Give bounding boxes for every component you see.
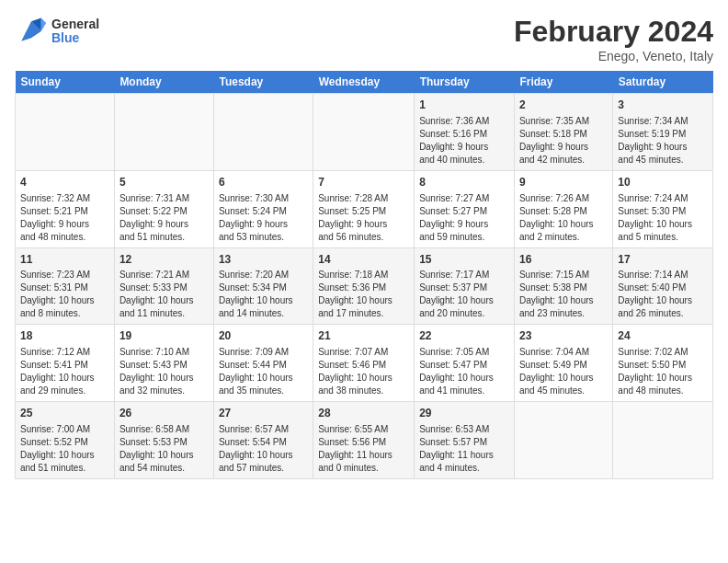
calendar-cell: 29Sunrise: 6:53 AMSunset: 5:57 PMDayligh…: [415, 402, 515, 479]
calendar-week-row: 11Sunrise: 7:23 AMSunset: 5:31 PMDayligh…: [16, 247, 713, 325]
day-info: Sunrise: 7:02 AMSunset: 5:50 PMDaylight:…: [618, 346, 708, 397]
calendar-cell: [313, 94, 415, 171]
day-info: Sunrise: 7:20 AMSunset: 5:34 PMDaylight:…: [219, 269, 308, 320]
calendar-cell: 3Sunrise: 7:34 AMSunset: 5:19 PMDaylight…: [613, 94, 713, 171]
day-number: 13: [219, 252, 308, 268]
calendar-week-row: 18Sunrise: 7:12 AMSunset: 5:41 PMDayligh…: [16, 325, 713, 402]
day-number: 12: [119, 252, 209, 268]
calendar-cell: 5Sunrise: 7:31 AMSunset: 5:22 PMDaylight…: [114, 170, 213, 247]
calendar-cell: 13Sunrise: 7:20 AMSunset: 5:34 PMDayligh…: [213, 247, 313, 325]
day-info: Sunrise: 6:58 AMSunset: 5:53 PMDaylight:…: [119, 423, 209, 475]
col-thursday: Thursday: [415, 71, 515, 94]
day-info: Sunrise: 7:17 AMSunset: 5:37 PMDaylight:…: [419, 269, 509, 320]
calendar-cell: 17Sunrise: 7:14 AMSunset: 5:40 PMDayligh…: [613, 247, 713, 325]
calendar-cell: 10Sunrise: 7:24 AMSunset: 5:30 PMDayligh…: [613, 170, 713, 247]
day-info: Sunrise: 7:36 AMSunset: 5:16 PMDaylight:…: [419, 115, 509, 167]
calendar-cell: [213, 94, 313, 171]
logo-text: General Blue: [51, 17, 99, 46]
calendar-week-row: 4Sunrise: 7:32 AMSunset: 5:21 PMDaylight…: [16, 170, 713, 247]
calendar-cell: 26Sunrise: 6:58 AMSunset: 5:53 PMDayligh…: [114, 402, 213, 479]
title-block: February 2024 Enego, Veneto, Italy: [514, 15, 713, 63]
col-friday: Friday: [514, 71, 612, 94]
day-number: 22: [419, 328, 509, 344]
day-number: 26: [119, 406, 209, 421]
day-info: Sunrise: 7:07 AMSunset: 5:46 PMDaylight:…: [318, 346, 409, 397]
calendar-cell: 23Sunrise: 7:04 AMSunset: 5:49 PMDayligh…: [514, 325, 612, 402]
calendar-cell: 25Sunrise: 7:00 AMSunset: 5:52 PMDayligh…: [16, 402, 115, 479]
calendar-cell: [613, 402, 713, 479]
calendar-week-row: 25Sunrise: 7:00 AMSunset: 5:52 PMDayligh…: [16, 402, 713, 479]
calendar-cell: 14Sunrise: 7:18 AMSunset: 5:36 PMDayligh…: [313, 247, 415, 325]
col-tuesday: Tuesday: [213, 71, 313, 94]
day-number: 17: [618, 252, 708, 268]
calendar-cell: [16, 94, 115, 171]
day-info: Sunrise: 7:12 AMSunset: 5:41 PMDaylight:…: [20, 346, 109, 397]
calendar-cell: 12Sunrise: 7:21 AMSunset: 5:33 PMDayligh…: [114, 247, 213, 325]
calendar-cell: 19Sunrise: 7:10 AMSunset: 5:43 PMDayligh…: [114, 325, 213, 402]
day-number: 24: [618, 328, 708, 344]
day-number: 16: [519, 252, 608, 268]
day-number: 19: [119, 328, 209, 344]
calendar-cell: 6Sunrise: 7:30 AMSunset: 5:24 PMDaylight…: [213, 170, 313, 247]
calendar-cell: 20Sunrise: 7:09 AMSunset: 5:44 PMDayligh…: [213, 325, 313, 402]
day-number: 21: [318, 328, 409, 344]
day-info: Sunrise: 7:15 AMSunset: 5:38 PMDaylight:…: [519, 269, 608, 320]
day-info: Sunrise: 7:18 AMSunset: 5:36 PMDaylight:…: [318, 269, 409, 320]
col-wednesday: Wednesday: [313, 71, 415, 94]
day-number: 8: [419, 175, 509, 190]
calendar-cell: 8Sunrise: 7:27 AMSunset: 5:27 PMDaylight…: [415, 170, 515, 247]
col-sunday: Sunday: [16, 71, 115, 94]
calendar-cell: 11Sunrise: 7:23 AMSunset: 5:31 PMDayligh…: [16, 247, 115, 325]
calendar-cell: 4Sunrise: 7:32 AMSunset: 5:21 PMDaylight…: [16, 170, 115, 247]
location: Enego, Veneto, Italy: [514, 49, 713, 63]
month-title: February 2024: [514, 15, 713, 49]
calendar-cell: 9Sunrise: 7:26 AMSunset: 5:28 PMDaylight…: [514, 170, 612, 247]
day-number: 28: [318, 406, 409, 421]
calendar-cell: [114, 94, 213, 171]
day-info: Sunrise: 7:09 AMSunset: 5:44 PMDaylight:…: [219, 346, 308, 397]
day-info: Sunrise: 6:57 AMSunset: 5:54 PMDaylight:…: [219, 423, 308, 475]
day-info: Sunrise: 7:34 AMSunset: 5:19 PMDaylight:…: [618, 115, 708, 167]
calendar-cell: 2Sunrise: 7:35 AMSunset: 5:18 PMDaylight…: [514, 94, 612, 171]
day-number: 7: [318, 175, 409, 190]
calendar-cell: 27Sunrise: 6:57 AMSunset: 5:54 PMDayligh…: [213, 402, 313, 479]
day-info: Sunrise: 7:21 AMSunset: 5:33 PMDaylight:…: [119, 269, 209, 320]
day-number: 5: [119, 175, 209, 190]
logo-icon: [15, 15, 48, 48]
calendar-cell: 15Sunrise: 7:17 AMSunset: 5:37 PMDayligh…: [415, 247, 515, 325]
calendar-cell: 24Sunrise: 7:02 AMSunset: 5:50 PMDayligh…: [613, 325, 713, 402]
day-info: Sunrise: 7:30 AMSunset: 5:24 PMDaylight:…: [219, 192, 308, 244]
day-number: 1: [419, 98, 509, 113]
day-number: 25: [20, 406, 109, 421]
calendar-cell: 16Sunrise: 7:15 AMSunset: 5:38 PMDayligh…: [514, 247, 612, 325]
day-info: Sunrise: 7:04 AMSunset: 5:49 PMDaylight:…: [519, 346, 608, 397]
day-number: 15: [419, 252, 509, 268]
calendar-cell: 21Sunrise: 7:07 AMSunset: 5:46 PMDayligh…: [313, 325, 415, 402]
col-monday: Monday: [114, 71, 213, 94]
day-info: Sunrise: 7:27 AMSunset: 5:27 PMDaylight:…: [419, 192, 509, 244]
calendar-cell: 22Sunrise: 7:05 AMSunset: 5:47 PMDayligh…: [415, 325, 515, 402]
calendar-page: General Blue February 2024 Enego, Veneto…: [0, 0, 728, 563]
calendar-cell: [514, 402, 612, 479]
calendar-cell: 7Sunrise: 7:28 AMSunset: 5:25 PMDaylight…: [313, 170, 415, 247]
day-info: Sunrise: 7:31 AMSunset: 5:22 PMDaylight:…: [119, 192, 209, 244]
day-info: Sunrise: 7:00 AMSunset: 5:52 PMDaylight:…: [20, 423, 109, 475]
day-number: 6: [219, 175, 308, 190]
calendar-cell: 1Sunrise: 7:36 AMSunset: 5:16 PMDaylight…: [415, 94, 515, 171]
day-info: Sunrise: 7:23 AMSunset: 5:31 PMDaylight:…: [20, 269, 109, 320]
day-number: 2: [519, 98, 608, 113]
day-info: Sunrise: 7:28 AMSunset: 5:25 PMDaylight:…: [318, 192, 409, 244]
day-info: Sunrise: 7:05 AMSunset: 5:47 PMDaylight:…: [419, 346, 509, 397]
logo: General Blue: [15, 15, 99, 48]
day-info: Sunrise: 7:10 AMSunset: 5:43 PMDaylight:…: [119, 346, 209, 397]
logo-general: General: [51, 17, 99, 31]
day-info: Sunrise: 7:35 AMSunset: 5:18 PMDaylight:…: [519, 115, 608, 167]
day-number: 11: [20, 252, 109, 268]
day-number: 27: [219, 406, 308, 421]
calendar-cell: 28Sunrise: 6:55 AMSunset: 5:56 PMDayligh…: [313, 402, 415, 479]
day-number: 18: [20, 328, 109, 344]
calendar-week-row: 1Sunrise: 7:36 AMSunset: 5:16 PMDaylight…: [16, 94, 713, 171]
day-number: 23: [519, 328, 608, 344]
day-info: Sunrise: 7:14 AMSunset: 5:40 PMDaylight:…: [618, 269, 708, 320]
header: General Blue February 2024 Enego, Veneto…: [15, 15, 713, 63]
